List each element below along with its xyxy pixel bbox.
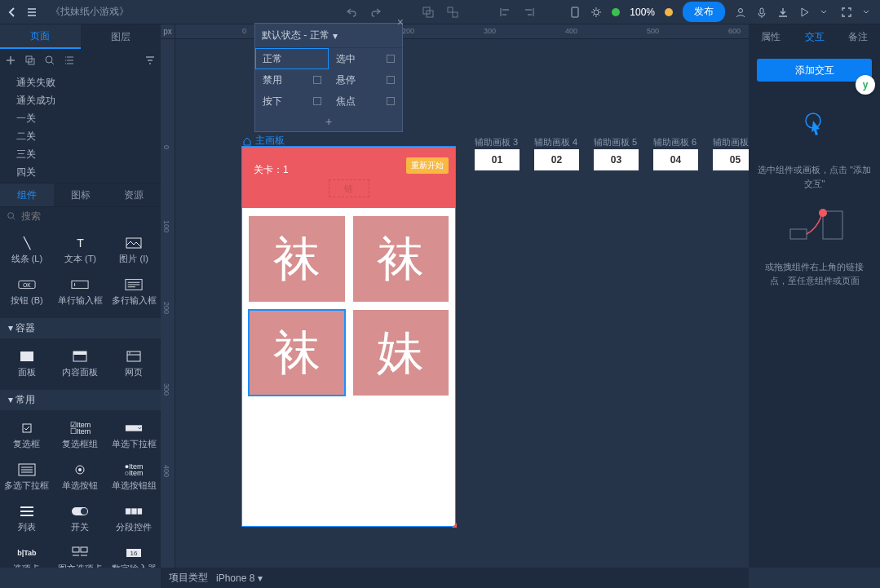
aux-artboard[interactable]: 05 bbox=[713, 149, 749, 170]
checkbox-icon[interactable] bbox=[387, 97, 395, 105]
project-type-select[interactable]: iPhone 8 ▾ bbox=[216, 573, 263, 584]
comp-switch[interactable]: 开关 bbox=[54, 498, 108, 540]
card-selected[interactable]: 袜 bbox=[249, 310, 345, 396]
tab-interaction[interactable]: 交互 bbox=[793, 24, 837, 49]
aux-artboard-label[interactable]: 辅助画板 3 bbox=[475, 136, 518, 148]
state-pressed[interactable]: 按下 bbox=[255, 91, 329, 112]
aux-artboard[interactable]: 01 bbox=[475, 149, 520, 170]
undo-icon[interactable] bbox=[346, 7, 357, 18]
comp-line[interactable]: ╲线条 (L) bbox=[0, 230, 54, 272]
page-item[interactable]: 四关 bbox=[0, 163, 161, 181]
ungroup-icon[interactable] bbox=[447, 7, 458, 18]
device-icon[interactable] bbox=[569, 7, 581, 18]
link-placeholder[interactable]: 链 bbox=[329, 179, 369, 197]
comp-textarea[interactable]: 多行输入框 bbox=[107, 272, 161, 313]
back-icon[interactable] bbox=[7, 7, 18, 18]
aux-artboard[interactable]: 03 bbox=[594, 149, 639, 170]
aux-artboard[interactable]: 02 bbox=[534, 149, 579, 170]
comp-multiselect[interactable]: 多选下拉框 bbox=[0, 457, 54, 498]
comp-webpage[interactable]: 网页 bbox=[107, 343, 161, 385]
card[interactable]: 袜 bbox=[249, 216, 345, 302]
user-icon[interactable] bbox=[735, 7, 746, 18]
aux-artboard-label[interactable]: 辅助画板 6 bbox=[653, 136, 696, 148]
aux-artboard-label[interactable]: 辅助画板 5 bbox=[594, 136, 637, 148]
mic-icon[interactable] bbox=[756, 7, 767, 18]
tab-icons[interactable]: 图标 bbox=[54, 183, 108, 206]
settings-icon[interactable] bbox=[590, 7, 602, 18]
add-state-button[interactable]: + bbox=[255, 112, 402, 131]
more-chevron-icon[interactable] bbox=[862, 7, 873, 18]
comp-number-input[interactable]: 16数字输入器 bbox=[107, 540, 161, 568]
tab-note[interactable]: 备注 bbox=[836, 24, 880, 49]
page-item[interactable]: 一关 bbox=[0, 109, 161, 127]
tab-layers[interactable]: 图层 bbox=[81, 24, 161, 49]
state-selected[interactable]: 选中 bbox=[329, 48, 402, 69]
page-item[interactable]: 三关 bbox=[0, 145, 161, 163]
tab-assets[interactable]: 资源 bbox=[107, 183, 161, 206]
search-icon[interactable] bbox=[44, 55, 55, 66]
comp-segment[interactable]: 分段控件 bbox=[107, 498, 161, 540]
comp-checkbox[interactable]: 复选框 bbox=[0, 415, 54, 457]
checkbox-icon[interactable] bbox=[387, 55, 395, 63]
component-search-input[interactable] bbox=[21, 210, 154, 222]
aux-artboard[interactable]: 04 bbox=[653, 149, 698, 170]
canvas[interactable]: px 0 100 200 300 400 500 600 0 100 200 3… bbox=[161, 24, 749, 568]
align-left-icon[interactable] bbox=[499, 7, 511, 18]
publish-button[interactable]: 发布 bbox=[683, 2, 725, 22]
add-interaction-button[interactable]: 添加交互 bbox=[757, 59, 872, 82]
menu-icon[interactable] bbox=[26, 7, 38, 18]
zoom-level[interactable]: 100% bbox=[630, 7, 655, 18]
chevron-down-icon[interactable]: ▾ bbox=[333, 30, 338, 42]
fullscreen-icon[interactable] bbox=[841, 7, 852, 18]
comp-tab[interactable]: b|Tab选项卡 bbox=[0, 540, 54, 568]
comp-panel[interactable]: 面板 bbox=[0, 343, 54, 385]
comp-select[interactable]: 单选下拉框 bbox=[107, 415, 161, 457]
comp-input[interactable]: 单行输入框 bbox=[54, 272, 108, 313]
card[interactable]: 妹 bbox=[353, 310, 449, 396]
comp-checkbox-group[interactable]: ☑Item☐Item复选框组 bbox=[54, 415, 108, 457]
comp-text[interactable]: T文本 (T) bbox=[54, 230, 108, 272]
tab-components[interactable]: 组件 bbox=[0, 183, 54, 206]
comp-imagetab[interactable]: 图文选项卡 bbox=[54, 540, 108, 568]
section-header-common[interactable]: ▾ 常用 bbox=[0, 390, 161, 410]
comp-list[interactable]: 列表 bbox=[0, 498, 54, 540]
comp-radio[interactable]: 单选按钮 bbox=[54, 457, 108, 498]
aux-artboard-label[interactable]: 辅助画板 4 bbox=[534, 136, 577, 148]
comp-image[interactable]: 图片 (I) bbox=[107, 230, 161, 272]
filter-icon[interactable] bbox=[144, 55, 156, 66]
download-icon[interactable] bbox=[777, 7, 789, 18]
checkbox-icon[interactable] bbox=[387, 76, 395, 84]
notification-icon[interactable] bbox=[665, 8, 673, 16]
tab-pages[interactable]: 页面 bbox=[0, 24, 81, 49]
add-page-icon[interactable] bbox=[5, 55, 16, 66]
page-item[interactable]: 二关 bbox=[0, 127, 161, 145]
chevron-down-icon[interactable] bbox=[820, 7, 831, 18]
state-normal[interactable]: 正常 bbox=[255, 48, 329, 69]
section-header-container[interactable]: ▾ 容器 bbox=[0, 318, 161, 338]
group-icon[interactable] bbox=[422, 7, 434, 18]
tab-property[interactable]: 属性 bbox=[749, 24, 793, 49]
redo-icon[interactable] bbox=[370, 7, 382, 18]
page-item[interactable]: 通关成功 bbox=[0, 91, 161, 109]
duplicate-icon[interactable] bbox=[24, 55, 36, 66]
help-badge[interactable]: y bbox=[856, 75, 875, 95]
checkbox-icon[interactable] bbox=[313, 76, 321, 84]
list-icon[interactable] bbox=[64, 55, 75, 66]
align-right-icon[interactable] bbox=[524, 7, 535, 18]
page-item[interactable]: 通关失败 bbox=[0, 73, 161, 91]
state-focus[interactable]: 焦点 bbox=[329, 91, 402, 112]
restart-button[interactable]: 重新开始 bbox=[406, 157, 449, 174]
main-artboard-label[interactable]: 主画板 bbox=[242, 134, 285, 148]
checkbox-icon[interactable] bbox=[313, 97, 321, 105]
state-disabled[interactable]: 禁用 bbox=[255, 69, 329, 91]
state-hover[interactable]: 悬停 bbox=[329, 69, 402, 91]
svg-text:OK: OK bbox=[23, 282, 31, 288]
comp-radio-group[interactable]: ●Item○Item单选按钮组 bbox=[107, 457, 161, 498]
comp-content-panel[interactable]: 内容面板 bbox=[54, 343, 108, 385]
play-icon[interactable] bbox=[798, 7, 810, 18]
close-icon[interactable]: × bbox=[397, 15, 404, 29]
card[interactable]: 袜 bbox=[353, 216, 449, 302]
comp-button[interactable]: OK按钮 (B) bbox=[0, 272, 54, 313]
main-artboard[interactable]: 关卡：1 重新开始 链 袜 袜 袜 妹 bbox=[242, 147, 455, 526]
artboard-resize-handle[interactable] bbox=[452, 523, 457, 528]
